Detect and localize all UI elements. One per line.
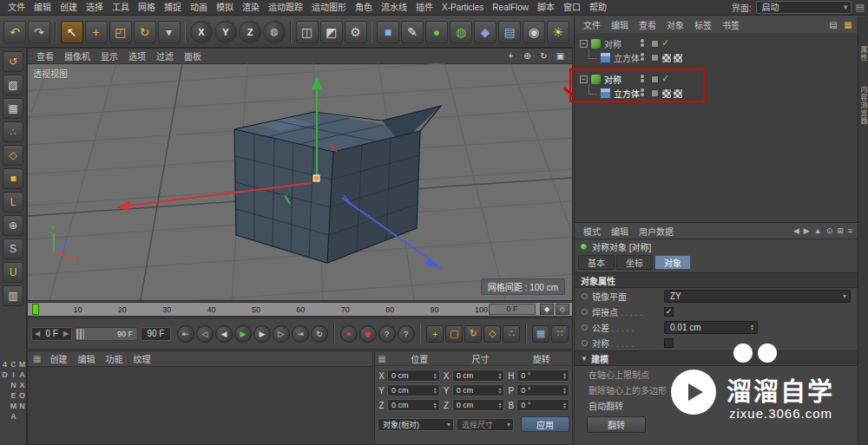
menu-item[interactable]: X-Particles	[437, 0, 488, 16]
menu-item[interactable]: 工具	[108, 0, 134, 16]
material-menu-item[interactable]: 创建	[44, 352, 72, 365]
phong-tag-icon[interactable]	[673, 88, 683, 99]
coordinate-mode-select[interactable]: 对象(相对)	[378, 418, 454, 431]
object-manager-menu-item[interactable]: 标签	[689, 18, 717, 31]
mirror-plane-select[interactable]: ZY	[664, 290, 851, 303]
model-mode-button[interactable]: ▧	[3, 75, 23, 95]
last-tool-button[interactable]: ▾	[158, 21, 181, 43]
viewport-menu-item[interactable]: 查看	[31, 49, 59, 62]
maximize-view-icon[interactable]: ▣	[554, 50, 567, 62]
position-x-field[interactable]: 0 cm▲▼	[387, 370, 440, 382]
texture-tag-icon[interactable]	[661, 88, 672, 99]
playhead[interactable]	[32, 304, 39, 315]
tab-object[interactable]: 对象	[654, 255, 691, 270]
menu-item[interactable]: 脚本	[533, 0, 559, 16]
lock-x-button[interactable]: X	[190, 21, 213, 43]
lock-y-button[interactable]: Y	[214, 21, 237, 43]
scene-3d[interactable]: X Y Z	[28, 63, 572, 300]
axis-mode-button[interactable]: L	[3, 192, 23, 213]
anim-dot-icon[interactable]	[582, 309, 588, 315]
render-picture-viewer-button[interactable]: ◩	[320, 21, 343, 43]
lock-z-button[interactable]: Z	[239, 21, 261, 43]
anim-dot-icon[interactable]	[582, 293, 588, 299]
menu-item[interactable]: RealFlow	[488, 0, 533, 16]
layout-icon[interactable]: ▤	[856, 2, 865, 13]
limit-points-row[interactable]: 在轴心上限制点	[575, 366, 858, 382]
rotation-p-field[interactable]: 0 °▲▼	[516, 384, 569, 396]
auto-flip-row[interactable]: 自动翻转	[575, 397, 858, 413]
start-frame-field[interactable]: ◀ 0 F ▶	[31, 327, 72, 341]
next-key-button[interactable]: ▷	[273, 325, 290, 343]
pan-view-icon[interactable]: +	[504, 50, 517, 62]
section-modeling[interactable]: ▼ 建模	[575, 350, 858, 366]
size-mode-select[interactable]: 选择尺寸	[457, 418, 514, 431]
magnet-snap-button[interactable]: U	[3, 262, 23, 283]
array-generator-button[interactable]: ◍	[450, 21, 472, 43]
layer-square[interactable]	[651, 40, 659, 48]
pen-spline-button[interactable]: ✎	[401, 21, 424, 43]
layer-square[interactable]	[651, 54, 659, 62]
slider-handle[interactable]	[76, 329, 84, 339]
key-frame-button[interactable]: ◇	[556, 304, 569, 315]
up-icon[interactable]: ▲	[814, 226, 822, 235]
rotate-tool[interactable]: ↻	[134, 21, 156, 43]
menu-item[interactable]: 帮助	[585, 0, 611, 16]
anim-dot-icon[interactable]	[582, 324, 588, 330]
light-button[interactable]: ☀	[547, 21, 569, 43]
viewport-solo-button[interactable]: ⊕	[3, 215, 23, 236]
object-manager-menu-item[interactable]: 文件	[578, 18, 606, 31]
object-manager-menu-item[interactable]: 查看	[634, 18, 661, 31]
play-button[interactable]: ▶	[234, 325, 252, 343]
menu-item[interactable]: 角色	[351, 0, 377, 16]
menu-item[interactable]: 渲染	[238, 0, 264, 16]
tab-coordinates[interactable]: 坐标	[616, 255, 653, 270]
spin-left-icon[interactable]: ◀	[35, 330, 40, 337]
object-row-symmetry-1[interactable]: − 对称 ✓	[575, 36, 858, 50]
symmetry-checkbox[interactable]	[664, 338, 674, 348]
size-y-field[interactable]: 0 cm▲▼	[452, 384, 505, 396]
scale-tool[interactable]: ◰	[109, 21, 132, 43]
menu-item[interactable]: 捕捉	[160, 0, 186, 16]
layer-square[interactable]	[651, 89, 659, 97]
visibility-dots[interactable]	[641, 75, 644, 82]
phong-tag-icon[interactable]	[673, 53, 683, 63]
menu-item[interactable]: 模拟	[212, 0, 238, 16]
position-y-field[interactable]: 0 cm▲▼	[387, 384, 440, 396]
workplane-button[interactable]: ▥	[3, 285, 23, 306]
layer-square[interactable]	[651, 75, 659, 83]
object-row-cube-1[interactable]: 立方体	[575, 50, 858, 64]
primitive-cube-button[interactable]: ■	[377, 21, 399, 43]
attribute-menu-item[interactable]: 模式	[578, 225, 606, 238]
size-x-field[interactable]: 0 cm▲▼	[452, 370, 505, 382]
record-position-toggle[interactable]: +	[426, 325, 444, 343]
menu-item[interactable]: 动画	[186, 0, 212, 16]
key-marker-button[interactable]: ◆	[540, 304, 554, 315]
render-settings-button[interactable]: ⚙	[345, 21, 367, 43]
attribute-menu-item[interactable]: 用户数据	[634, 225, 679, 238]
menu-item[interactable]: 运动跟踪	[264, 0, 307, 16]
tolerance-field[interactable]: 0.01 cm ▲▼	[664, 321, 758, 334]
layer-manager-icon[interactable]: ▤	[827, 19, 839, 30]
material-menu-item[interactable]: 编辑	[72, 352, 100, 365]
menu-item[interactable]: 选择	[82, 0, 108, 16]
object-manager-menu-item[interactable]: 对象	[661, 18, 689, 31]
rotation-h-field[interactable]: 0 °▲▼	[516, 370, 569, 382]
attribute-menu-item[interactable]: 编辑	[606, 225, 634, 238]
make-editable-button[interactable]: ↺	[3, 51, 23, 72]
points-mode-button[interactable]: ∴	[3, 121, 23, 142]
flip-button[interactable]: 翻转	[587, 416, 646, 433]
menu-item[interactable]: 文件	[3, 0, 30, 16]
move-tool[interactable]: +	[85, 21, 108, 43]
menu-item[interactable]: 网格	[134, 0, 160, 16]
anim-dot-icon[interactable]	[582, 340, 588, 346]
end-frame-field[interactable]: 90 F	[141, 327, 171, 341]
viewport-menu-item[interactable]: 选项	[123, 49, 151, 62]
grid-icon[interactable]: ⊞	[837, 226, 844, 235]
collapse-icon[interactable]: −	[580, 40, 588, 48]
record-scale-toggle[interactable]: ▢	[445, 325, 463, 343]
goto-start-button[interactable]: ⇤	[177, 325, 194, 343]
menu-item[interactable]: 运动图形	[307, 0, 351, 16]
record-rotation-toggle[interactable]: ↻	[464, 325, 482, 343]
edge-tab[interactable]: 属性	[858, 46, 868, 62]
menu-icon[interactable]: ≡	[848, 226, 852, 235]
